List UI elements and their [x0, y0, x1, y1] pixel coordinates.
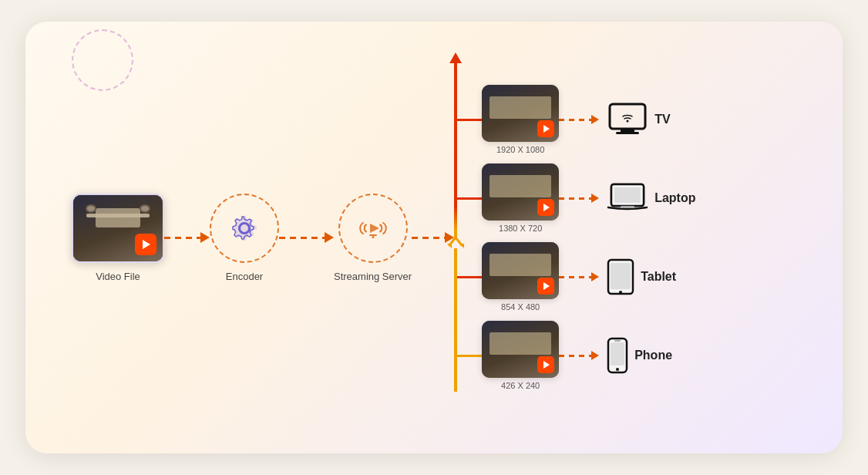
video-thumbnail: [72, 194, 164, 263]
device-label-tv: TV: [654, 113, 670, 126]
connector-video-encoder: [164, 237, 201, 239]
dash-arrow-tv: [591, 115, 599, 124]
fork-icon: [447, 230, 464, 248]
dash-arrow-tablet: [591, 272, 599, 281]
h-line-tablet: [457, 276, 482, 278]
streaming-server-label: Streaming Server: [334, 271, 412, 282]
device-tablet: Tablet: [607, 258, 676, 295]
encoder-node: Encoder: [210, 194, 279, 282]
encoder-circle: [210, 194, 279, 263]
thumb-col-tv: 1920 X 1080: [482, 85, 559, 154]
svg-rect-15: [621, 206, 634, 208]
svg-marker-0: [370, 224, 379, 233]
svg-marker-7: [459, 244, 464, 248]
resolution-laptop: 1380 X 720: [499, 224, 542, 233]
arrow-video-encoder: [200, 232, 210, 243]
video-thumb-tv: [482, 85, 559, 142]
vert-bottom: [454, 248, 457, 392]
stream-icon: [356, 211, 390, 245]
svg-rect-10: [616, 132, 639, 134]
dash-arrow-laptop: [591, 194, 599, 203]
tv-icon: [607, 103, 648, 136]
resolution-phone: 426 X 240: [501, 381, 540, 390]
thumb-col-tablet: 854 X 480: [482, 242, 559, 312]
svg-point-11: [627, 120, 629, 123]
device-label-phone: Phone: [634, 349, 672, 362]
encoder-label: Encoder: [226, 271, 263, 282]
play-btn-tv[interactable]: [537, 120, 554, 137]
vert-gradient: [454, 207, 457, 230]
video-file-section: Video File: [72, 194, 164, 282]
output-row-laptop: 1380 X 720 Laptop: [457, 163, 695, 233]
svg-point-21: [616, 368, 619, 371]
thumb-col-laptop: 1380 X 720: [482, 163, 559, 233]
svg-rect-9: [621, 129, 634, 132]
resolution-tablet: 854 X 480: [501, 302, 540, 312]
fork-bottom: [447, 207, 464, 248]
connector-server-dist: [412, 237, 446, 239]
dash-conn-phone: [559, 355, 591, 357]
thumb-col-phone: 426 X 240: [482, 321, 559, 390]
svg-point-2: [372, 236, 374, 238]
play-triangle-icon: [143, 240, 150, 249]
svg-point-18: [619, 291, 622, 294]
connector-encoder-server: [279, 237, 325, 239]
svg-rect-17: [611, 263, 631, 289]
streaming-server-circle: [338, 194, 408, 263]
device-phone: Phone: [607, 337, 672, 374]
video-thumb-tablet: [482, 242, 559, 299]
resolution-tv: 1920 X 1080: [496, 145, 544, 154]
svg-rect-14: [614, 187, 641, 203]
svg-rect-8: [610, 104, 645, 129]
play-btn-phone[interactable]: [537, 356, 554, 373]
play-tri-laptop: [543, 204, 550, 211]
device-tv: TV: [607, 103, 670, 136]
video-file-label: Video File: [96, 271, 140, 282]
distribution-block: 1920 X 1080: [454, 83, 695, 392]
main-card: Video File Encoder: [25, 22, 843, 453]
gear-icon: [227, 211, 261, 245]
svg-rect-20: [611, 342, 624, 366]
streaming-server-node: Streaming Server: [334, 194, 412, 282]
dash-arrow-phone: [591, 351, 599, 360]
play-tri-phone: [543, 361, 550, 369]
play-button-overlay[interactable]: [135, 234, 156, 255]
laptop-icon: [607, 181, 648, 215]
video-thumb-laptop: [482, 163, 559, 221]
play-btn-tablet[interactable]: [537, 278, 554, 295]
output-row-tablet: 854 X 480 Tablet: [457, 242, 695, 312]
tablet-icon: [607, 258, 634, 295]
decorative-circle: [72, 29, 133, 91]
output-row-tv: 1920 X 1080: [457, 85, 695, 154]
diagram-container: Video File Encoder: [25, 83, 843, 392]
h-line-phone: [457, 355, 482, 357]
play-btn-laptop[interactable]: [537, 199, 554, 216]
arrow-up-icon: [449, 52, 462, 63]
vertical-line: [454, 52, 457, 392]
play-tri-tv: [543, 125, 550, 133]
output-row-phone: 426 X 240 Phone: [457, 321, 695, 390]
output-rows: 1920 X 1080: [457, 85, 695, 390]
device-label-laptop: Laptop: [654, 191, 695, 205]
video-thumb-phone: [482, 321, 559, 378]
arrow-encoder-server: [325, 232, 334, 243]
svg-marker-6: [447, 244, 452, 248]
dash-conn-laptop: [559, 197, 591, 200]
svg-rect-22: [614, 340, 621, 342]
phone-icon: [607, 337, 628, 374]
device-laptop: Laptop: [607, 181, 695, 215]
h-line-tv: [457, 119, 482, 121]
dash-conn-tv: [559, 119, 591, 121]
h-line-laptop: [457, 197, 482, 200]
vert-top: [454, 63, 457, 207]
dash-conn-tablet: [559, 276, 591, 278]
play-tri-tablet: [543, 282, 550, 290]
device-label-tablet: Tablet: [641, 270, 676, 284]
